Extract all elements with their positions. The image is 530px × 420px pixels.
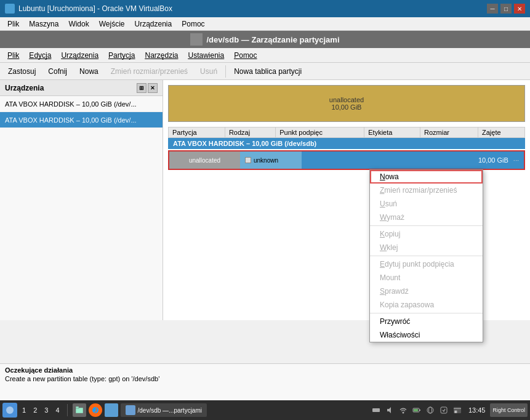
gparted-titlebar: /dev/sdb — Zarządzanie partycjami — [0, 31, 530, 48]
toolbar-nowa-tablica[interactable]: Nowa tablica partycji — [228, 65, 307, 78]
taskbar-files-icon[interactable] — [73, 403, 86, 417]
close-button[interactable]: ✕ — [514, 4, 525, 14]
ctx-sprawdz[interactable]: Sprawdź — [370, 285, 483, 298]
toolbar-zastosuj[interactable]: Zastosuj — [2, 65, 41, 78]
gparted-menubar: Plik Edycja Urządzenia Partycja Narzędzi… — [0, 48, 530, 63]
app-menu-widok[interactable]: Widok — [63, 18, 94, 30]
app-menubar: Plik Maszyna Widok Wejście Urządzenia Po… — [0, 17, 530, 31]
menu-pomoc[interactable]: Pomoc — [229, 50, 262, 61]
tray-wifi-icon[interactable] — [397, 404, 409, 416]
sidebar-controls: ⊞ ✕ — [137, 83, 158, 93]
ctx-wklej[interactable]: Wklej — [370, 241, 483, 254]
menu-narzedzia[interactable]: Narzędzia — [140, 50, 183, 61]
taskbar-gparted-icon — [126, 405, 135, 415]
disk-visual-label: unallocated 10,00 GiB — [329, 96, 364, 111]
sidebar: Urządzenia ⊞ ✕ ATA VBOX HARDDISK – 10,00… — [0, 80, 163, 320]
tray-locale-icon[interactable] — [424, 404, 436, 416]
app-menu-pomoc[interactable]: Pomoc — [177, 18, 209, 30]
sidebar-btn-1[interactable]: ⊞ — [137, 83, 147, 93]
ctx-przywroc[interactable]: Przywróć — [370, 315, 483, 328]
partition-table: Partycja Rodzaj Punkt podpięc Etykieta R… — [168, 127, 525, 138]
sidebar-item-2[interactable]: ATA VBOX HARDDISK – 10,00 GiB (/dev/... — [0, 112, 163, 128]
tray-clock-icon[interactable]: ▦ — [451, 404, 464, 416]
tray-battery-icon[interactable] — [411, 404, 423, 416]
ctx-zmien[interactable]: Zmień rozmiar/przenieś — [370, 184, 483, 197]
ctx-sep3 — [370, 313, 483, 313]
gparted-toolbar: Zastosuj Cofnij Nowa Zmień rozmiar/przen… — [0, 63, 530, 80]
taskbar-time: 13:45 — [465, 406, 489, 414]
right-control-label: Right Control — [490, 403, 528, 417]
tray-network-icon[interactable] — [370, 404, 382, 416]
app-menu-plik[interactable]: Plik — [2, 18, 24, 30]
ctx-usun[interactable]: Usuń — [370, 197, 483, 211]
ctx-edytuj[interactable]: Edytuj punkt podpięcia — [370, 257, 483, 271]
app-menu-urzadzenia[interactable]: Urządzenia — [130, 18, 177, 30]
menu-ustawienia[interactable]: Ustawienia — [183, 50, 229, 61]
svg-text:▦: ▦ — [454, 410, 457, 413]
taskbar-num-1[interactable]: 1 — [20, 406, 28, 414]
window-titlebar: Lubuntu [Uruchomiona] - Oracle VM Virtua… — [0, 0, 530, 17]
toolbar-cofnij[interactable]: Cofnij — [42, 65, 73, 78]
tray-volume-icon[interactable] — [383, 404, 396, 416]
svg-point-6 — [402, 412, 404, 414]
window-title: Lubuntu [Uruchomiona] - Oracle VM Virtua… — [18, 4, 172, 13]
disk-visual-bar: unallocated 10,00 GiB — [168, 85, 525, 122]
app-menu-maszyna[interactable]: Maszyna — [24, 18, 63, 30]
menu-edycja[interactable]: Edycja — [24, 50, 56, 61]
maximize-button[interactable]: □ — [500, 4, 512, 14]
svg-rect-9 — [414, 409, 418, 411]
taskbar-num-2[interactable]: 2 — [31, 406, 39, 414]
col-zajet: Zajęte — [478, 127, 525, 138]
app-menu-wejscie[interactable]: Wejście — [94, 18, 130, 30]
menu-urzadzenia[interactable]: Urządzenia — [56, 50, 103, 61]
context-menu: Nowa Zmień rozmiar/przenieś Usuń Wymaż K… — [369, 169, 483, 342]
svg-point-0 — [6, 406, 14, 414]
ctx-wlasciwosci[interactable]: Właściwości — [370, 328, 483, 342]
bottom-panel-text: Create a new partition table (type: gpt)… — [5, 375, 525, 382]
partition-visual-row[interactable]: unallocated unknown 10,00 GiB ··· — [168, 150, 525, 170]
taskbar-tray: ▦ 13:45 Right Control — [370, 403, 528, 417]
col-etykieta: Etykieta — [364, 127, 420, 138]
taskbar-sep1 — [67, 404, 68, 416]
svg-rect-4 — [372, 408, 380, 412]
ctx-mount[interactable]: Mount — [370, 271, 483, 285]
vbox-icon — [5, 4, 15, 14]
menu-plik[interactable]: Plik — [2, 50, 24, 61]
sidebar-header: Urządzenia ⊞ ✕ — [0, 80, 163, 96]
taskbar-num-3[interactable]: 3 — [42, 406, 50, 414]
svg-point-10 — [427, 407, 433, 413]
pv-right: 10,00 GiB ··· — [302, 151, 524, 169]
sidebar-btn-2[interactable]: ✕ — [148, 83, 158, 93]
ctx-sep1 — [370, 225, 483, 226]
minimize-button[interactable]: ─ — [487, 4, 498, 14]
pv-unalloc: unallocated — [169, 151, 240, 169]
col-partycja: Partycja — [169, 127, 225, 138]
taskbar: 1 2 3 4 /dev/sdb —...partycjami — [0, 400, 530, 420]
col-rozmiar: Rozmiar — [420, 127, 478, 138]
col-rodzaj: Rodzaj — [225, 127, 275, 138]
toolbar-nowa[interactable]: Nowa — [74, 65, 104, 78]
bottom-panel-title: Oczekujące działania — [5, 366, 525, 374]
taskbar-task-gparted[interactable]: /dev/sdb —...partycjami — [121, 403, 207, 417]
ctx-kopiuj[interactable]: Kopiuj — [370, 227, 483, 241]
toolbar-usun[interactable]: Usuń — [195, 65, 223, 78]
taskbar-fm-icon[interactable] — [105, 403, 118, 417]
gparted-icon — [190, 33, 203, 46]
svg-marker-5 — [387, 407, 391, 413]
ctx-wymaz[interactable]: Wymaż — [370, 211, 483, 224]
svg-rect-14 — [454, 408, 461, 409]
toolbar-zmien-rozmiar[interactable]: Zmień rozmiar/przenieś — [105, 65, 193, 78]
disk-table-header: ATA VBOX HARDDISK – 10,00 GiB (/dev/sdb) — [168, 138, 525, 149]
svg-rect-2 — [76, 406, 79, 408]
taskbar-firefox-icon[interactable] — [89, 403, 102, 417]
svg-rect-8 — [419, 410, 420, 411]
col-punkt: Punkt podpięc — [276, 127, 364, 138]
menu-partycja[interactable]: Partycja — [103, 50, 140, 61]
taskbar-num-4[interactable]: 4 — [53, 406, 62, 414]
ctx-kopia[interactable]: Kopia zapasowa — [370, 298, 483, 312]
svg-rect-12 — [441, 407, 447, 413]
taskbar-lubuntu-icon[interactable] — [2, 403, 17, 418]
sidebar-item-1[interactable]: ATA VBOX HARDDISK – 10,00 GiB (/dev/... — [0, 96, 163, 112]
ctx-nowa[interactable]: Nowa — [370, 170, 483, 184]
tray-updates-icon[interactable] — [438, 404, 450, 416]
